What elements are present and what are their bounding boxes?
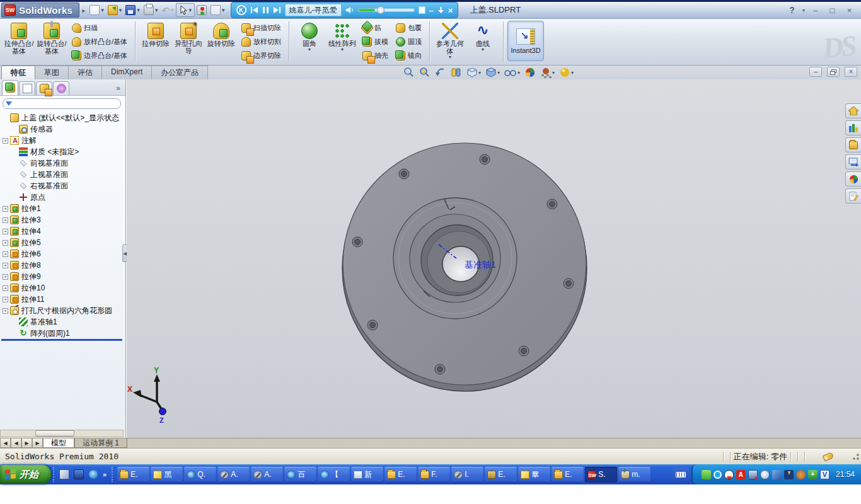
- next-track-button[interactable]: [273, 6, 281, 14]
- tray-shield-icon[interactable]: +: [808, 470, 818, 479]
- apply-scene-button[interactable]: ▾: [539, 66, 556, 79]
- shell-button[interactable]: 抽壳: [360, 49, 391, 62]
- fillet-button[interactable]: 圆角▾: [293, 21, 326, 64]
- tag-icon[interactable]: [823, 452, 835, 462]
- display-style-button[interactable]: ▾: [484, 66, 501, 79]
- edit-appearance-button[interactable]: [523, 66, 537, 79]
- pause-button[interactable]: [262, 6, 269, 14]
- window-minimize-button[interactable]: –: [809, 4, 822, 16]
- motion-study-tab[interactable]: 运动算例 1: [74, 438, 127, 448]
- tree-item-extrude11[interactable]: + 拉伸11: [1, 294, 123, 305]
- task-button-solidworks[interactable]: SWS.: [585, 467, 617, 483]
- window-close-button[interactable]: ×: [843, 4, 856, 16]
- tree-root[interactable]: 上盖 (默认<<默认>_显示状态: [1, 112, 123, 123]
- tree-item-extrude4[interactable]: + 拉伸4: [1, 226, 123, 237]
- volume-knob[interactable]: [377, 6, 384, 14]
- tray-clock[interactable]: 21:54: [836, 470, 855, 479]
- doc-restore-button[interactable]: [827, 67, 840, 77]
- model-tab[interactable]: 模型: [43, 438, 74, 448]
- tab-evaluate[interactable]: 评估: [68, 66, 102, 79]
- volume-slider[interactable]: [358, 8, 415, 12]
- tray-pdf-icon[interactable]: A: [736, 470, 746, 479]
- zoom-to-fit-button[interactable]: [402, 66, 416, 79]
- hole-wizard-button[interactable]: 异型孔向导: [172, 21, 205, 64]
- tree-item-hole-feature[interactable]: + 打孔尺寸根据内六角花形圆: [1, 305, 123, 316]
- expand-icon[interactable]: +: [3, 308, 8, 314]
- rib-button[interactable]: 筋: [360, 21, 391, 35]
- configuration-manager-tab[interactable]: [36, 81, 52, 95]
- tab-scroll-first-button[interactable]: ◀: [0, 438, 11, 448]
- tree-item-extrude9[interactable]: + 拉伸9: [1, 271, 123, 282]
- player-close-button[interactable]: ×: [448, 6, 453, 14]
- tree-item-top-plane[interactable]: 上视基准面: [1, 169, 123, 180]
- open-button[interactable]: ▾: [106, 3, 124, 17]
- custom-properties-tab[interactable]: [845, 188, 861, 203]
- previous-view-button[interactable]: [434, 66, 448, 79]
- help-caret[interactable]: ▾: [802, 8, 805, 13]
- task-button-app3[interactable]: I.: [451, 467, 483, 483]
- tray-search-icon[interactable]: [760, 470, 770, 479]
- kugou-logo-icon[interactable]: K: [236, 5, 246, 15]
- boundary-boss-button[interactable]: 边界凸台/基体: [69, 49, 130, 62]
- select-tool-button[interactable]: ▾: [176, 3, 195, 17]
- feature-manager-tab[interactable]: [2, 80, 18, 95]
- mirror-button[interactable]: 镜向: [393, 49, 424, 62]
- task-button-browser[interactable]: Q.: [184, 467, 216, 483]
- tree-item-material[interactable]: 材质 <未指定>: [1, 146, 123, 158]
- lyrics-icon[interactable]: [419, 6, 425, 14]
- quicklaunch-overflow-chevron[interactable]: »: [103, 471, 107, 478]
- revolved-cut-button[interactable]: 旋转切除: [205, 21, 238, 64]
- dimxpert-manager-tab[interactable]: [53, 81, 69, 95]
- task-button-folder[interactable]: E.: [117, 467, 149, 483]
- view-settings-button[interactable]: ▾: [558, 66, 575, 79]
- solidworks-resources-tab[interactable]: [845, 103, 861, 118]
- view-palette-tab[interactable]: [845, 154, 861, 169]
- tree-item-circular-pattern[interactable]: ↻ 阵列(圆周)1: [1, 328, 123, 339]
- window-maximize-button[interactable]: □: [826, 4, 839, 16]
- print-button[interactable]: ▾: [142, 3, 160, 17]
- save-button[interactable]: ▾: [124, 3, 142, 17]
- tree-item-extrude3[interactable]: + 拉伸3: [1, 214, 123, 226]
- ie-icon[interactable]: [88, 469, 98, 479]
- rollback-bar[interactable]: [1, 339, 122, 341]
- manager-tabs-overflow[interactable]: »: [116, 84, 120, 95]
- scrollbar-thumb[interactable]: [35, 430, 74, 437]
- swept-boss-button[interactable]: 扫描: [69, 21, 130, 35]
- tab-dimxpert[interactable]: DimXpert: [101, 66, 152, 79]
- tab-office-products[interactable]: 办公室产品: [151, 66, 208, 79]
- tab-scroll-next-button[interactable]: ▶: [21, 438, 32, 448]
- tree-item-extrude10[interactable]: + 拉伸10: [1, 282, 123, 294]
- swept-cut-button[interactable]: 扫描切除: [239, 21, 284, 35]
- expand-icon[interactable]: +: [3, 229, 8, 234]
- tree-item-origin[interactable]: 原点: [1, 192, 123, 203]
- task-button-brush-app[interactable]: m.: [618, 467, 650, 483]
- extruded-cut-button[interactable]: 拉伸切除: [139, 21, 172, 64]
- expand-icon[interactable]: +: [3, 217, 8, 223]
- boundary-cut-button[interactable]: 边界切除: [239, 49, 284, 62]
- expand-icon[interactable]: +: [3, 263, 8, 268]
- resize-grip[interactable]: [852, 453, 860, 461]
- draft-button[interactable]: 拔模: [360, 35, 391, 49]
- hide-show-items-button[interactable]: ▾: [503, 66, 521, 79]
- expand-icon[interactable]: +: [3, 285, 8, 291]
- tree-item-extrude5[interactable]: + 拉伸5: [1, 237, 123, 248]
- linear-pattern-button[interactable]: 线性阵列▾: [326, 21, 359, 64]
- task-button-browser2[interactable]: 百: [284, 467, 316, 483]
- doc-close-button[interactable]: ×: [845, 67, 857, 77]
- tree-item-axis1[interactable]: 基准轴1: [1, 316, 123, 328]
- tray-power-icon[interactable]: [784, 470, 794, 479]
- undo-button[interactable]: ↶▾: [159, 3, 175, 17]
- rebuild-button[interactable]: [195, 3, 209, 17]
- zoom-to-area-button[interactable]: [418, 66, 432, 79]
- quicklaunch-app-icon[interactable]: [59, 469, 69, 479]
- tray-network-error-icon[interactable]: [748, 470, 758, 479]
- task-button-browser3[interactable]: 【: [318, 467, 350, 483]
- expand-icon[interactable]: +: [3, 206, 8, 212]
- task-button-note2[interactable]: 羣: [518, 467, 550, 483]
- tree-item-extrude1[interactable]: + 拉伸1: [1, 203, 123, 214]
- task-button-note[interactable]: 黑: [151, 467, 183, 483]
- tab-scroll-last-button[interactable]: ▶: [32, 438, 43, 448]
- task-button-printer[interactable]: E.: [485, 467, 517, 483]
- curves-button[interactable]: ∿ 曲线▾: [466, 21, 499, 64]
- tray-qq-icon[interactable]: [724, 470, 734, 479]
